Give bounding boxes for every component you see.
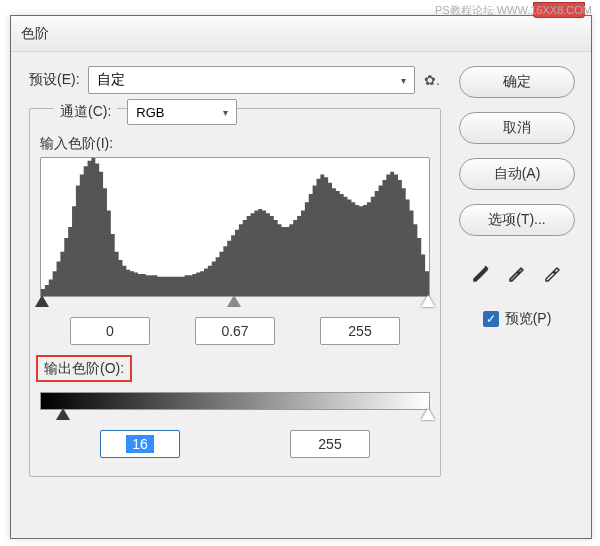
output-levels-label: 输出色阶(O): [44, 360, 124, 376]
eyedropper-gray-icon[interactable] [502, 258, 532, 286]
histogram-chart [40, 157, 430, 297]
output-high-input[interactable]: 255 [290, 430, 370, 458]
preview-checkbox[interactable]: ✓ [483, 311, 499, 327]
output-gradient [40, 392, 430, 410]
auto-button[interactable]: 自动(A) [459, 158, 575, 190]
right-panel: 确定 取消 自动(A) 选项(T)... ✓ 预览(P) [457, 66, 577, 477]
chevron-down-icon: ▾ [223, 107, 228, 118]
preset-dropdown[interactable]: 自定 ▾ [88, 66, 415, 94]
input-slider-track[interactable] [40, 297, 430, 309]
channel-value: RGB [136, 105, 164, 120]
options-button[interactable]: 选项(T)... [459, 204, 575, 236]
preset-label: 预设(E): [29, 71, 80, 89]
preset-value: 自定 [97, 71, 125, 89]
shadow-slider[interactable] [35, 295, 49, 307]
titlebar: 色阶 [11, 16, 591, 52]
shadow-input[interactable]: 0 [70, 317, 150, 345]
input-levels-label: 输入色阶(I): [40, 135, 430, 153]
input-values-row: 0 0.67 255 [40, 317, 430, 345]
levels-panel: 通道(C): RGB ▾ 输入色阶(I): 0 0.6 [29, 108, 441, 477]
watermark-text: PS教程论坛 WWW.16XX8.COM [435, 3, 592, 18]
preview-row[interactable]: ✓ 预览(P) [483, 310, 552, 328]
preview-label: 预览(P) [505, 310, 552, 328]
gear-icon[interactable]: ✿. [423, 71, 441, 89]
highlight-slider[interactable] [421, 295, 435, 307]
ok-button[interactable]: 确定 [459, 66, 575, 98]
output-values-row: 16 255 [40, 430, 430, 458]
midtone-slider[interactable] [227, 295, 241, 307]
midtone-input[interactable]: 0.67 [195, 317, 275, 345]
left-panel: 预设(E): 自定 ▾ ✿. 通道(C): RGB ▾ 输入色阶(I): [29, 66, 441, 477]
output-label-highlight: 输出色阶(O): [36, 355, 132, 382]
eyedropper-white-icon[interactable] [538, 258, 568, 286]
channel-dropdown[interactable]: RGB ▾ [127, 99, 237, 125]
cancel-button[interactable]: 取消 [459, 112, 575, 144]
output-high-slider[interactable] [421, 408, 435, 420]
dialog-content: 预设(E): 自定 ▾ ✿. 通道(C): RGB ▾ 输入色阶(I): [11, 52, 591, 491]
preset-row: 预设(E): 自定 ▾ ✿. [29, 66, 441, 94]
output-slider-track[interactable] [40, 410, 430, 422]
channel-row: 通道(C): RGB ▾ [54, 99, 430, 125]
chevron-down-icon: ▾ [401, 75, 406, 86]
window-title: 色阶 [21, 25, 49, 43]
channel-label: 通道(C): [54, 103, 117, 121]
highlight-input[interactable]: 255 [320, 317, 400, 345]
eyedropper-black-icon[interactable] [466, 258, 496, 286]
levels-dialog: 色阶 预设(E): 自定 ▾ ✿. 通道(C): RGB ▾ [10, 15, 592, 539]
eyedropper-row [466, 258, 568, 286]
output-low-input[interactable]: 16 [100, 430, 180, 458]
output-low-slider[interactable] [56, 408, 70, 420]
